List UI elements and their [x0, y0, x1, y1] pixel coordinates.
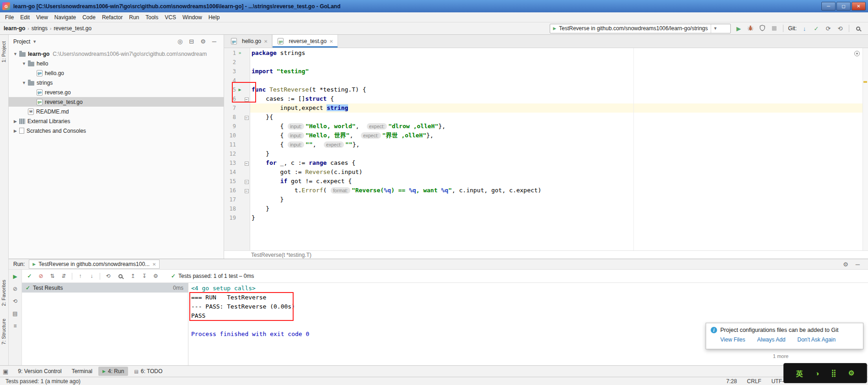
menu-navigate[interactable]: Navigate: [51, 13, 79, 22]
code-line[interactable]: 8− }{: [224, 113, 868, 122]
context-breadcrumb[interactable]: TestReverse(t *testing.T): [251, 252, 311, 258]
toolwindow-switcher-icon[interactable]: ▣: [3, 368, 8, 375]
close-tab-icon[interactable]: ✕: [329, 39, 333, 44]
fold-icon[interactable]: −: [245, 162, 249, 166]
previous-failed-icon[interactable]: ↑: [77, 273, 84, 279]
locate-file-icon[interactable]: ◎: [177, 38, 182, 45]
code-line[interactable]: 13− for _, c := range cases {: [224, 158, 868, 168]
code-line[interactable]: 19}: [224, 213, 868, 222]
tab-reverse-test-go[interactable]: go reverse_test.go ✕: [272, 35, 338, 48]
git-history-icon[interactable]: ⟳: [824, 25, 832, 32]
menu-view[interactable]: View: [33, 13, 51, 22]
fold-icon[interactable]: −: [245, 116, 249, 120]
tree-item-strings[interactable]: ▼strings: [9, 78, 224, 87]
menu-file[interactable]: File: [2, 13, 17, 22]
show-passed-icon[interactable]: ✓: [26, 273, 33, 279]
tree-arrow-icon[interactable]: ▼: [12, 52, 18, 56]
editor-scrollbar[interactable]: [863, 48, 868, 250]
tree-item-reverse-go[interactable]: goreverse.go: [9, 87, 224, 97]
code-line[interactable]: 5▶func TestReverse(t *testing.T) {: [224, 85, 868, 94]
chevron-down-icon[interactable]: ▼: [32, 39, 37, 44]
debug-icon[interactable]: [746, 25, 755, 33]
code-line[interactable]: 17 }: [224, 195, 868, 204]
tree-arrow-icon[interactable]: ▼: [21, 81, 27, 85]
toolwindow-version-control[interactable]: 9: Version Control: [14, 367, 65, 376]
sort-alphabetically-icon[interactable]: ⇅: [49, 273, 56, 279]
line-separator[interactable]: CRLF: [747, 378, 761, 385]
rerun-icon[interactable]: ▶: [13, 273, 17, 280]
code-line[interactable]: 7 input,expect string: [224, 103, 868, 113]
close-button[interactable]: ✕: [852, 2, 866, 11]
hide-panel-icon[interactable]: ─: [856, 261, 860, 268]
code-line[interactable]: 10 { input:"Hello, 世界", expect:"界世 ,olle…: [224, 131, 868, 140]
menu-edit[interactable]: Edit: [17, 13, 33, 22]
tab-hello-go[interactable]: go hello.go ✕: [226, 35, 272, 48]
run-icon[interactable]: ▶: [734, 25, 743, 32]
menu-window[interactable]: Window: [179, 13, 205, 22]
more-notifications[interactable]: 1 more: [773, 353, 788, 359]
show-ignored-icon[interactable]: ⊘: [38, 273, 44, 279]
code-line[interactable]: 9 { input:"Hello, world", expect:"dlrow …: [224, 122, 868, 131]
tree-item-hello-go[interactable]: gohello.go: [9, 68, 224, 78]
export-tests-icon[interactable]: ↧: [141, 273, 148, 279]
menu-tools[interactable]: Tools: [142, 13, 161, 22]
toolwindow-stripe-project[interactable]: 1: Project: [1, 41, 6, 62]
gear-icon[interactable]: ⚙: [200, 38, 206, 45]
toolwindow-run[interactable]: ▶4: Run: [98, 367, 128, 376]
gear-icon[interactable]: ⚙: [152, 273, 159, 279]
menu-help[interactable]: Help: [205, 13, 223, 22]
search-everywhere-icon[interactable]: [856, 27, 860, 31]
tree-arrow-icon[interactable]: ▶: [12, 129, 18, 133]
ime-settings-icon[interactable]: ⚙: [848, 369, 854, 377]
close-tab-icon[interactable]: ✕: [152, 262, 156, 267]
maximize-button[interactable]: ◻: [836, 2, 851, 11]
code-line[interactable]: 11 { input:"", expect:""},: [224, 140, 868, 149]
fold-icon[interactable]: −: [245, 189, 249, 193]
code-line[interactable]: 4: [224, 76, 868, 85]
test-results-row[interactable]: ✓ Test Results 0ms: [22, 283, 188, 293]
run-configuration-select[interactable]: ▶ TestReverse in github.com/snowdreams10…: [550, 24, 731, 33]
fold-icon[interactable]: −: [245, 180, 249, 184]
git-commit-icon[interactable]: ✓: [812, 25, 820, 32]
ime-language-indicator[interactable]: 英: [796, 369, 803, 378]
code-line[interactable]: 16− t.Errorf( format:"Reverse(%q) == %q,…: [224, 186, 868, 195]
toolwindow-stripe-favorites[interactable]: 2: Favorites: [1, 280, 6, 306]
breadcrumb-folder[interactable]: strings: [32, 25, 48, 32]
code-line[interactable]: 3import "testing": [224, 67, 868, 76]
tree-item-scratches-and-consoles[interactable]: ▶Scratches and Consoles: [9, 126, 224, 136]
restart-icon[interactable]: ⟲: [13, 298, 17, 304]
ime-punctuation-icon[interactable]: ◑: [815, 369, 819, 377]
minimize-button[interactable]: ─: [821, 2, 836, 11]
tree-arrow-icon[interactable]: ▶: [12, 119, 18, 124]
breadcrumb-project[interactable]: learn-go: [4, 25, 25, 32]
code-line[interactable]: 1»package strings: [224, 49, 868, 58]
tree-item-learn-go[interactable]: ▼learn-goC:\Users\snowdreams1006-win7\go…: [9, 49, 224, 59]
git-update-icon[interactable]: ↓: [800, 25, 809, 32]
code-line[interactable]: 12 }: [224, 149, 868, 158]
tree-arrow-icon[interactable]: ▼: [21, 61, 27, 66]
stop-icon[interactable]: ⊘: [13, 286, 17, 292]
stop-icon[interactable]: [772, 26, 777, 31]
caret-position[interactable]: 7:28: [726, 378, 737, 385]
menu-code[interactable]: Code: [79, 13, 99, 22]
breadcrumb-file[interactable]: reverse_test.go: [54, 25, 91, 32]
editor-code[interactable]: 1»package strings23import "testing"45▶fu…: [224, 48, 868, 250]
menu-vcs[interactable]: VCS: [161, 13, 179, 22]
toolwindow-stripe-structure[interactable]: 7: Structure: [1, 319, 6, 345]
sort-by-duration-icon[interactable]: ⇵: [60, 273, 67, 279]
toolwindow-todo[interactable]: ▤6: TODO: [130, 367, 166, 376]
gear-icon[interactable]: ⚙: [843, 261, 848, 268]
project-panel-title[interactable]: Project: [13, 38, 30, 45]
tree-item-readme-md[interactable]: MREADME.md: [9, 107, 224, 116]
next-failed-icon[interactable]: ↓: [88, 273, 95, 279]
always-add-link[interactable]: Always Add: [757, 336, 785, 343]
code-line[interactable]: 14 got := Reverse(c.input): [224, 168, 868, 177]
tree-item-external-libraries[interactable]: ▶External Libraries: [9, 116, 224, 126]
view-files-link[interactable]: View Files: [720, 336, 745, 343]
inspections-widget-icon[interactable]: [854, 51, 860, 56]
dont-ask-again-link[interactable]: Don't Ask Again: [798, 336, 836, 343]
coverage-icon[interactable]: [758, 25, 766, 33]
dump-icon[interactable]: ▤: [12, 310, 17, 317]
hide-panel-icon[interactable]: ─: [212, 38, 216, 45]
collapse-all-icon[interactable]: ⊟: [189, 38, 194, 45]
